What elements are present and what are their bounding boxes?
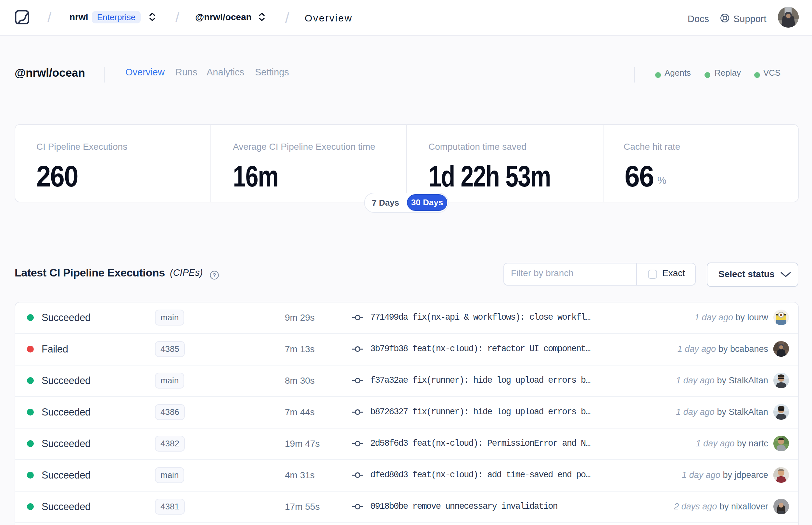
- svg-text:?: ?: [213, 272, 216, 279]
